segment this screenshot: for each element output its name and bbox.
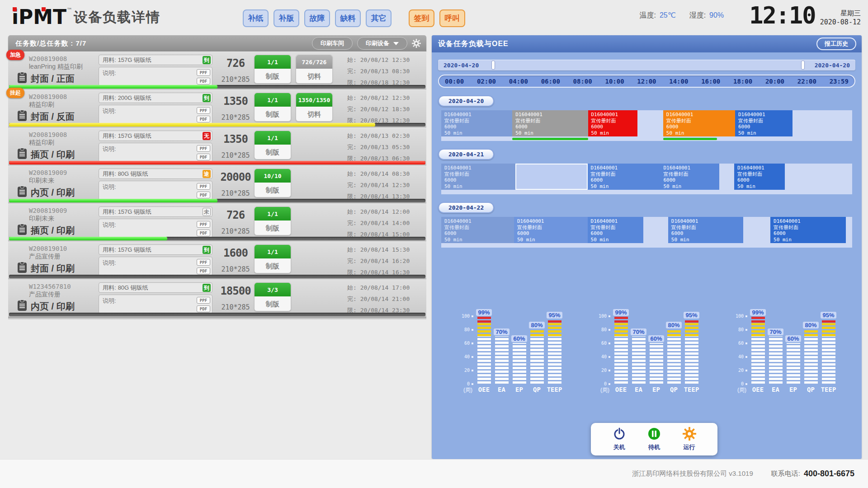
ppf-button[interactable]: PPF bbox=[197, 259, 210, 266]
task-progress-groove bbox=[9, 199, 425, 202]
pause-icon bbox=[647, 427, 661, 442]
alert-button-2[interactable]: 呼叫 bbox=[439, 9, 465, 27]
task-identity: 挂起W200819008精益印刷封面 / 反面 bbox=[8, 90, 99, 128]
pdf-button[interactable]: PDF bbox=[197, 267, 210, 274]
step-block[interactable]: 726/726切料 bbox=[296, 55, 333, 84]
gantt-job-block[interactable]: D16040001宣传册封面600050 min bbox=[588, 110, 637, 136]
device-select[interactable]: 印刷设备 bbox=[357, 37, 407, 50]
oee-bar-column: 70%EA bbox=[768, 303, 783, 394]
report-history-button[interactable]: 报工历史 bbox=[816, 38, 856, 50]
action-button-1[interactable]: 补纸 bbox=[243, 9, 269, 27]
pdf-button[interactable]: PDF bbox=[197, 305, 210, 312]
material-status-badge: 到 bbox=[203, 246, 211, 254]
step-block[interactable]: 1/1制版 bbox=[254, 93, 291, 122]
action-button-3[interactable]: 故障 bbox=[304, 9, 330, 27]
y-axis-tick bbox=[472, 343, 473, 344]
oee-bar-column: 99%OEE bbox=[750, 303, 766, 394]
oee-category-label: OEE bbox=[752, 386, 764, 394]
quantity-value: 726 bbox=[217, 57, 254, 70]
action-button-5[interactable]: 其它 bbox=[366, 9, 392, 27]
logo-accent-icon bbox=[42, 7, 46, 11]
gantt-job-block[interactable]: D16040001宣传册封面600050 min bbox=[514, 217, 588, 243]
gantt-job-block[interactable]: D16040001宣传册封面600050 min bbox=[734, 164, 785, 190]
ppf-button[interactable]: PPF bbox=[197, 145, 210, 152]
bar-segment-white bbox=[787, 343, 800, 384]
task-row[interactable]: W200819009印刷未来插页 / 印刷用料:157G 铜版纸未说明:PPFP… bbox=[8, 203, 426, 241]
slider-handle-right[interactable] bbox=[801, 61, 805, 70]
gantt-job-block[interactable]: D16040001宣传册封面600050 min bbox=[441, 164, 515, 190]
action-button-4[interactable]: 缺料 bbox=[335, 9, 361, 27]
gantt-empty-slot[interactable] bbox=[515, 164, 588, 190]
gantt-job-block[interactable]: D16040001宣传册封面600050 min bbox=[441, 217, 514, 243]
task-row[interactable]: W200819009印刷未来内页 / 印刷用料:80G 铜版纸途说明:PPFPD… bbox=[8, 165, 426, 203]
gear-control-button[interactable]: 运行 bbox=[683, 427, 696, 451]
gantt-date-chip[interactable]: 2020-04-22 bbox=[438, 202, 494, 213]
power-control-button[interactable]: 关机 bbox=[613, 427, 626, 451]
task-detail-boxes: 用料:80G 铜版纸途说明:PPFPDF bbox=[99, 166, 217, 204]
control-label: 待机 bbox=[648, 443, 660, 451]
step-block[interactable]: 3/3制版 bbox=[254, 282, 291, 311]
slider-handle-left[interactable] bbox=[491, 61, 495, 70]
step-block[interactable]: 1/1制版 bbox=[254, 206, 291, 235]
job-line: 6000 bbox=[663, 177, 716, 183]
material-status-badge: 途 bbox=[203, 170, 211, 178]
task-progress-groove bbox=[9, 237, 425, 240]
material-box: 用料:200G 铜版纸到 bbox=[99, 93, 212, 103]
gantt-job-block[interactable]: D16040001宣传册封面600050 min bbox=[588, 217, 644, 243]
pdf-button[interactable]: PDF bbox=[197, 230, 210, 236]
gantt-job-block[interactable]: D16040001宣传册封面600050 min bbox=[668, 217, 743, 243]
job-line: 50 min bbox=[591, 237, 641, 243]
date-range-slider[interactable]: 2020-04-20 2020-04-20 bbox=[438, 60, 855, 70]
gantt-job-block[interactable]: D16040001宣传册封面600050 min bbox=[663, 110, 735, 136]
y-axis-label: 100 bbox=[736, 314, 747, 319]
ppf-button[interactable]: PPF bbox=[197, 297, 210, 304]
oee-category-label: QP bbox=[533, 386, 541, 394]
oee-bar-column: 99%OEE bbox=[613, 303, 629, 394]
gantt-job-block[interactable]: D16040001宣传册封面600050 min bbox=[660, 164, 719, 190]
pdf-button[interactable]: PDF bbox=[197, 116, 210, 122]
pause-control-button[interactable]: 待机 bbox=[647, 427, 661, 451]
ppf-button[interactable]: PPF bbox=[197, 69, 210, 76]
pdf-button[interactable]: PDF bbox=[197, 192, 210, 198]
task-row[interactable]: W200819010产品宣传册封面 / 印刷用料:157G 铜版纸到说明:PPF… bbox=[8, 241, 426, 279]
document-icon bbox=[17, 110, 27, 124]
description-label: 说明: bbox=[103, 259, 116, 266]
oee-category-label: TEEP bbox=[684, 386, 699, 394]
gantt-date-chip[interactable]: 2020-04-21 bbox=[438, 149, 494, 160]
step-block[interactable]: 1/1制版 bbox=[254, 55, 291, 84]
ppf-button[interactable]: PPF bbox=[197, 183, 210, 190]
gantt-job-block[interactable]: D16040001宣传册封面600050 min bbox=[441, 110, 512, 136]
task-row[interactable]: W200819008精益印刷插页 / 印刷用料:157G 铜版纸无说明:PPFP… bbox=[8, 127, 426, 165]
bar-segment-white bbox=[804, 336, 818, 384]
task-row[interactable]: 加急W200819008leanPring 精益印刷封面 / 正面用料:157G… bbox=[8, 52, 426, 89]
task-identity: W200819009印刷未来内页 / 印刷 bbox=[8, 166, 99, 204]
settings-gear-icon[interactable] bbox=[412, 39, 421, 48]
task-row[interactable]: W1234567810产品宣传册内页 / 印刷用料:80G 铜版纸到说明:PPF… bbox=[8, 279, 426, 317]
oee-chart-group: 100806040200(周)99%OEE70%EA60%EP80%QP95%T… bbox=[731, 303, 836, 394]
step-label: 制版 bbox=[255, 221, 291, 235]
gantt-job-block[interactable]: D16040001宣传册封面600050 min bbox=[735, 110, 793, 136]
step-block[interactable]: 1/1制版 bbox=[254, 244, 291, 273]
alert-button-1[interactable]: 签到 bbox=[409, 9, 434, 27]
gantt-job-block[interactable]: D16040001宣传册封面600050 min bbox=[770, 217, 846, 243]
step-block[interactable]: 10/10制版 bbox=[254, 169, 291, 197]
pdf-button[interactable]: PDF bbox=[197, 78, 210, 84]
quantity-value: 1350 bbox=[217, 95, 254, 108]
gantt-job-block[interactable]: D16040001宣传册封面600050 min bbox=[588, 164, 660, 190]
pdf-button[interactable]: PDF bbox=[197, 154, 210, 160]
y-axis-label: 60 bbox=[601, 341, 610, 346]
job-line: 50 min bbox=[666, 130, 732, 136]
y-axis-tick bbox=[745, 370, 747, 371]
ppf-button[interactable]: PPF bbox=[197, 107, 210, 114]
workshop-button[interactable]: 印刷车间 bbox=[312, 37, 353, 50]
job-line: 宣传册封面 bbox=[444, 171, 512, 178]
description-box: 说明:PPFPDF bbox=[99, 219, 212, 238]
action-button-2[interactable]: 补版 bbox=[274, 9, 299, 27]
gantt-job-block[interactable]: D16040001宣传册封面600050 min bbox=[512, 110, 588, 136]
step-block[interactable]: 1350/1350切料 bbox=[296, 93, 333, 122]
task-row[interactable]: 挂起W200819008精益印刷封面 / 反面用料:200G 铜版纸到说明:PP… bbox=[8, 89, 426, 127]
gantt-date-chip[interactable]: 2020-04-20 bbox=[438, 95, 494, 107]
material-label: 用料: bbox=[103, 132, 116, 140]
step-block[interactable]: 1/1制版 bbox=[254, 131, 291, 160]
ppf-button[interactable]: PPF bbox=[197, 221, 210, 228]
